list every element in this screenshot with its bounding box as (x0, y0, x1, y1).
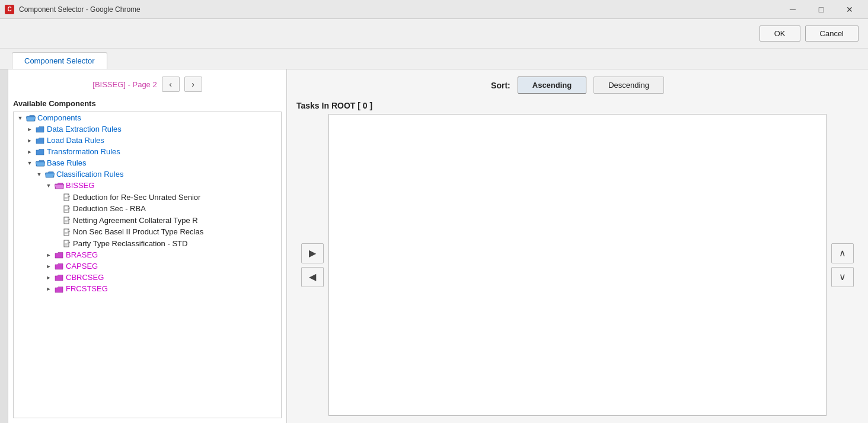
body-split: [BISSEG] - Page 2 ‹ › Available Componen… (0, 69, 868, 423)
order-buttons: ∧ ∨ (826, 114, 859, 416)
tree-item-cbrcseg[interactable]: ► CBRCSEG (14, 272, 281, 283)
tree-text-components: Components (37, 113, 81, 122)
folder-open-icon-base-rules (34, 158, 47, 167)
doc-icon-party-type (62, 239, 73, 249)
tree-text-netting-agreement: Netting Agreement Collateral Type R (73, 216, 198, 225)
cancel-button[interactable]: Cancel (805, 26, 859, 42)
page-label: [BISSEG] - Page 2 (92, 80, 157, 89)
next-page-button[interactable]: › (184, 77, 202, 92)
window-controls: ─ □ ✕ (779, 0, 863, 19)
doc-icon-deduction-sec-rba (62, 204, 73, 214)
transfer-right-button[interactable]: ▶ (301, 243, 324, 263)
tree-toggle-cbrcseg[interactable]: ► (44, 273, 53, 282)
descending-button[interactable]: Descending (593, 77, 664, 94)
minimize-button[interactable]: ─ (779, 0, 806, 19)
tree-toggle-netting-agreement[interactable] (54, 216, 62, 224)
tree-text-load-data-rules: Load Data Rules (47, 136, 104, 145)
tree-toggle-components[interactable]: ▼ (16, 114, 24, 122)
doc-icon-non-sec-basel (62, 227, 73, 237)
tree-text-cbrcseg: CBRCSEG (66, 273, 104, 282)
folder-icon-load-data-rules (34, 136, 47, 145)
tree-text-capseg: CAPSEG (66, 262, 98, 271)
ok-button[interactable]: OK (760, 26, 800, 42)
folder-open-purple-icon-bisseg (53, 181, 66, 190)
tree-toggle-bisseg[interactable]: ▼ (44, 182, 53, 190)
tree-item-netting-agreement[interactable]: Netting Agreement Collateral Type R (14, 215, 281, 227)
tree-text-frcstseg: FRCSTSEG (66, 284, 108, 293)
tree-item-deduction-re-sec[interactable]: Deduction for Re-Sec Unrated Senior (14, 191, 281, 203)
title-bar-text: Component Selector - Google Chrome (19, 5, 779, 14)
tree-item-non-sec-basel[interactable]: Non Sec Basel II Product Type Reclas (14, 226, 281, 238)
folder-open-icon-classification-rules (43, 170, 56, 179)
tree-toggle-deduction-re-sec[interactable] (54, 193, 62, 201)
tree-toggle-party-type[interactable] (54, 239, 62, 247)
tree-text-deduction-re-sec: Deduction for Re-Sec Unrated Senior (73, 193, 200, 202)
tree-text-party-type: Party Type Reclassification - STD (73, 239, 187, 248)
tree-item-deduction-sec-rba[interactable]: Deduction Sec - RBA (14, 203, 281, 215)
folder-purple-icon-frcstseg (53, 284, 66, 293)
tree-toggle-capseg[interactable]: ► (44, 262, 53, 271)
folder-icon-data-extraction-rules (34, 125, 47, 133)
tree-text-braseg: BRASEG (66, 250, 98, 259)
sort-bar: Sort: Ascending Descending (296, 77, 859, 94)
center-area: ▶ ◀ ∧ ∨ (296, 114, 859, 416)
tree-item-base-rules[interactable]: ▼ Base Rules (14, 157, 281, 168)
tree-text-transformation-rules: Transformation Rules (47, 147, 120, 156)
folder-purple-icon-capseg (53, 262, 66, 271)
tab-component-selector[interactable]: Component Selector (12, 52, 107, 69)
tree-item-transformation-rules[interactable]: ► Transformation Rules (14, 146, 281, 157)
tree-toggle-data-extraction-rules[interactable]: ► (25, 125, 34, 133)
ascending-button[interactable]: Ascending (518, 77, 586, 94)
tree-text-classification-rules: Classification Rules (56, 170, 123, 179)
tree-item-data-extraction-rules[interactable]: ► Data Extraction Rules (14, 123, 281, 135)
transfer-buttons: ▶ ◀ (296, 114, 328, 416)
sort-label: Sort: (491, 81, 510, 90)
tree-toggle-base-rules[interactable]: ▼ (25, 159, 34, 167)
close-button[interactable]: ✕ (836, 0, 863, 19)
tree-toggle-non-sec-basel[interactable] (54, 228, 62, 236)
left-edge-strip (0, 69, 8, 423)
folder-purple-icon-braseg (53, 250, 66, 259)
tasks-list[interactable] (328, 114, 826, 416)
title-bar: C Component Selector - Google Chrome ─ □… (0, 0, 868, 19)
tree-item-frcstseg[interactable]: ► FRCSTSEG (14, 283, 281, 294)
order-down-button[interactable]: ∨ (831, 267, 854, 287)
tree-area[interactable]: ▼ Components► Data Extraction Rules► Loa… (13, 112, 282, 418)
doc-icon-netting-agreement (62, 216, 73, 225)
tree-item-components[interactable]: ▼ Components (14, 112, 281, 123)
available-components-label: Available Components (8, 97, 286, 112)
tree-text-base-rules: Base Rules (47, 158, 86, 167)
folder-icon-transformation-rules (34, 147, 47, 156)
tree-text-non-sec-basel: Non Sec Basel II Product Type Reclas (73, 227, 203, 236)
tree-text-data-extraction-rules: Data Extraction Rules (47, 125, 122, 133)
tree-item-braseg[interactable]: ► BRASEG (14, 249, 281, 260)
prev-page-button[interactable]: ‹ (162, 77, 180, 92)
tree-item-classification-rules[interactable]: ▼ Classification Rules (14, 168, 281, 180)
folder-open-icon-components (24, 113, 37, 122)
pagination-bar: [BISSEG] - Page 2 ‹ › (8, 74, 286, 97)
main-content: OK Cancel Component Selector [BISSEG] - … (0, 19, 868, 423)
order-up-button[interactable]: ∧ (831, 243, 854, 263)
folder-purple-icon-cbrcseg (53, 273, 66, 282)
right-panel: Sort: Ascending Descending Tasks In ROOT… (287, 69, 868, 423)
tree-toggle-braseg[interactable]: ► (44, 251, 53, 259)
tree-toggle-load-data-rules[interactable]: ► (25, 136, 34, 145)
tree-toggle-deduction-sec-rba[interactable] (54, 205, 62, 213)
app-icon: C (5, 5, 14, 14)
left-panel: [BISSEG] - Page 2 ‹ › Available Componen… (8, 69, 287, 423)
tasks-header: Tasks In ROOT [ 0 ] (296, 101, 859, 110)
tree-item-load-data-rules[interactable]: ► Load Data Rules (14, 135, 281, 146)
doc-icon-deduction-re-sec (62, 192, 73, 202)
tree-toggle-classification-rules[interactable]: ▼ (35, 170, 43, 179)
tree-toggle-frcstseg[interactable]: ► (44, 285, 53, 293)
tree-text-bisseg: BISSEG (66, 181, 94, 190)
tree-toggle-transformation-rules[interactable]: ► (25, 148, 34, 156)
maximize-button[interactable]: □ (808, 0, 835, 19)
tree-text-deduction-sec-rba: Deduction Sec - RBA (73, 204, 146, 213)
tab-area: Component Selector (0, 49, 868, 69)
top-bar: OK Cancel (0, 19, 868, 49)
tree-item-party-type[interactable]: Party Type Reclassification - STD (14, 238, 281, 250)
transfer-left-button[interactable]: ◀ (301, 267, 324, 287)
tree-item-capseg[interactable]: ► CAPSEG (14, 260, 281, 272)
tree-item-bisseg[interactable]: ▼ BISSEG (14, 180, 281, 191)
